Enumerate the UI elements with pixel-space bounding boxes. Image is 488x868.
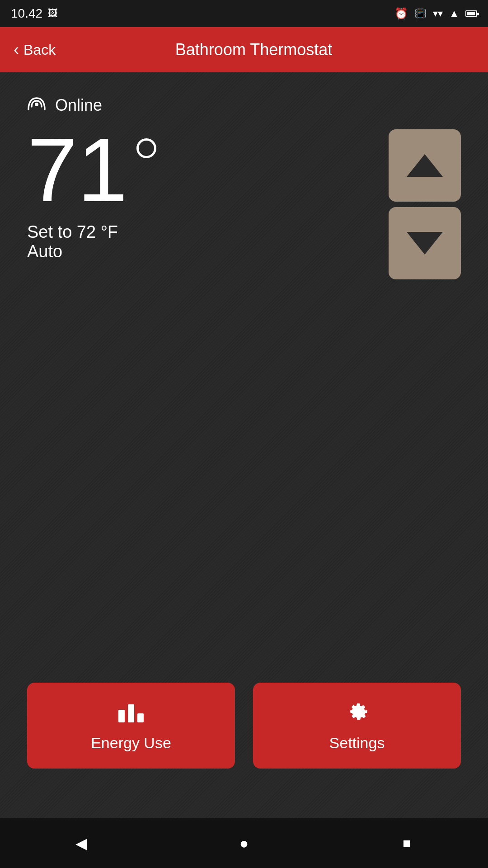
action-buttons-row: Energy Use Settings bbox=[27, 683, 461, 769]
status-time: 10.42 bbox=[11, 6, 42, 21]
nav-recent-icon: ■ bbox=[403, 835, 411, 851]
status-icons-group: ⏰ 📳 ▾▾ ▲ bbox=[394, 7, 477, 20]
battery-icon bbox=[465, 10, 477, 17]
settings-button[interactable]: Settings bbox=[253, 683, 461, 769]
nav-home-button[interactable]: ● bbox=[226, 825, 262, 861]
down-arrow-icon bbox=[407, 232, 443, 255]
temp-set-info: Set to 72 °F Auto bbox=[27, 222, 156, 261]
back-button[interactable]: ‹ Back bbox=[14, 40, 56, 59]
connection-status-row: Online bbox=[27, 95, 461, 116]
energy-use-label: Energy Use bbox=[91, 734, 171, 752]
bar-chart-icon bbox=[117, 700, 145, 727]
up-arrow-icon bbox=[407, 154, 443, 177]
svg-rect-2 bbox=[128, 704, 134, 722]
svg-rect-3 bbox=[137, 713, 144, 722]
connection-status-text: Online bbox=[55, 96, 102, 115]
energy-use-button[interactable]: Energy Use bbox=[27, 683, 235, 769]
svg-rect-1 bbox=[118, 710, 125, 722]
wifi-icon: ▾▾ bbox=[433, 8, 443, 19]
alarm-icon: ⏰ bbox=[394, 7, 408, 20]
page-title: Bathroom Thermostat bbox=[69, 40, 438, 59]
main-content: Online 71 Set to 72 °F Auto bbox=[0, 72, 488, 279]
settings-label: Settings bbox=[329, 734, 385, 752]
temp-increase-button[interactable] bbox=[389, 129, 461, 202]
app-bar: ‹ Back Bathroom Thermostat bbox=[0, 27, 488, 72]
temp-decrease-button[interactable] bbox=[389, 207, 461, 279]
temp-left-panel: 71 Set to 72 °F Auto bbox=[27, 125, 156, 261]
temperature-section: 71 Set to 72 °F Auto bbox=[27, 125, 461, 279]
temp-display-row: 71 bbox=[27, 125, 156, 215]
connectivity-icon bbox=[27, 95, 46, 116]
nav-home-icon: ● bbox=[239, 835, 249, 852]
back-label: Back bbox=[23, 42, 56, 58]
set-to-text: Set to 72 °F bbox=[27, 222, 156, 242]
temperature-controls bbox=[389, 129, 461, 279]
gear-icon bbox=[345, 700, 369, 727]
nav-recent-button[interactable]: ■ bbox=[389, 825, 425, 861]
bottom-nav-bar: ◀ ● ■ bbox=[0, 818, 488, 868]
signal-icon: ▲ bbox=[449, 8, 459, 19]
nav-back-icon: ◀ bbox=[75, 834, 87, 852]
status-bar: 10.42 🖼 ⏰ 📳 ▾▾ ▲ bbox=[0, 0, 488, 27]
nav-back-button[interactable]: ◀ bbox=[63, 825, 99, 861]
current-temperature: 71 bbox=[27, 125, 127, 215]
status-time-group: 10.42 🖼 bbox=[11, 6, 58, 21]
svg-point-0 bbox=[35, 103, 38, 106]
back-chevron-icon: ‹ bbox=[14, 40, 19, 59]
mode-text: Auto bbox=[27, 242, 156, 261]
degree-circle-icon bbox=[136, 138, 156, 158]
vibrate-icon: 📳 bbox=[414, 8, 427, 19]
gallery-icon: 🖼 bbox=[48, 8, 58, 19]
